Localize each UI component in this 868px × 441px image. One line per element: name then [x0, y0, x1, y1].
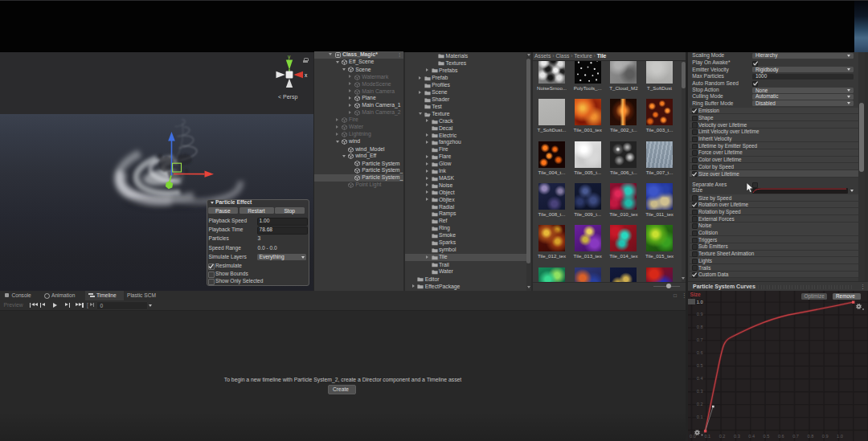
svg-text:y: y	[288, 54, 291, 60]
svg-text:x: x	[305, 72, 308, 78]
